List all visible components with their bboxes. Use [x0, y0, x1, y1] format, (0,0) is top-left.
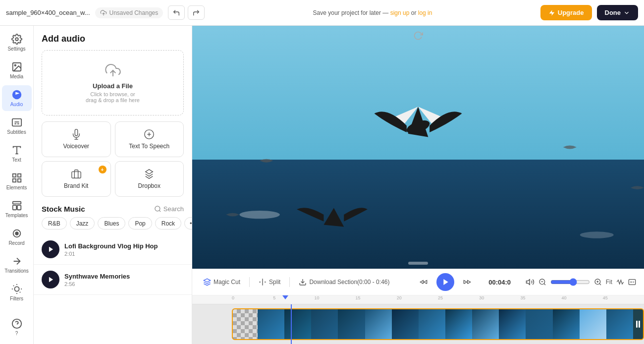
- play-icon: [48, 246, 54, 253]
- frame-5: [365, 309, 392, 339]
- stock-music-title: Stock Music: [42, 205, 85, 213]
- genre-rnb[interactable]: R&B: [42, 217, 67, 229]
- video-track-clip[interactable]: [232, 308, 644, 340]
- ruler-0: 0: [232, 295, 234, 300]
- brand-kit-button[interactable]: Brand Kit +: [42, 161, 111, 197]
- zoom-slider[interactable]: [550, 278, 590, 286]
- rewind-button[interactable]: [417, 276, 430, 288]
- track-item[interactable]: Synthwave Memories 2:56: [34, 265, 192, 295]
- undo-button[interactable]: [168, 5, 185, 19]
- sidebar-item-audio[interactable]: Audio: [2, 85, 32, 111]
- timeline-ruler-area: 0 5 10 15 20 25 30 35 40 45: [192, 295, 644, 344]
- separator: [249, 277, 250, 287]
- clip-end-handle[interactable]: [633, 309, 643, 339]
- track-name: Synthwave Memories: [64, 273, 184, 280]
- track-info: Lofi Background Vlog Hip Hop 2:01: [64, 242, 184, 257]
- svg-marker-42: [323, 208, 344, 227]
- search-button[interactable]: Search: [154, 205, 184, 213]
- done-button[interactable]: Done: [597, 5, 639, 20]
- sidebar-item-elements[interactable]: Elements: [2, 169, 32, 194]
- svg-marker-36: [49, 247, 53, 252]
- genre-blues[interactable]: Blues: [98, 217, 125, 229]
- zoom-in-icon[interactable]: [594, 278, 602, 286]
- track-name: Lofi Background Vlog Hip Hop: [64, 242, 184, 250]
- separator: [289, 277, 290, 287]
- sidebar-item-transitions[interactable]: Transitions: [2, 252, 32, 278]
- play-icon: [48, 276, 54, 283]
- sidebar-item-label: Elements: [6, 185, 27, 190]
- dropbox-button[interactable]: Dropbox: [115, 161, 184, 197]
- ruler-25: 25: [438, 295, 443, 300]
- ruler-track: 0 5 10 15 20 25 30 35 40 45: [232, 295, 644, 304]
- zoom-out-icon[interactable]: [538, 278, 546, 286]
- frame-1: [258, 309, 284, 339]
- magic-cut-label: Magic Cut: [214, 279, 240, 286]
- play-button[interactable]: [436, 273, 454, 291]
- magic-cut-button[interactable]: Magic Cut: [200, 276, 243, 288]
- frame-9: [472, 309, 499, 339]
- split-icon: [259, 278, 267, 286]
- svg-rect-11: [17, 179, 20, 182]
- elements-icon: [11, 172, 22, 183]
- sidebar-item-label: Settings: [7, 46, 25, 52]
- svg-marker-1: [549, 10, 555, 16]
- upgrade-button[interactable]: Upgrade: [540, 5, 592, 20]
- upload-area[interactable]: Upload a File Click to browse, or drag &…: [42, 50, 184, 115]
- ruler-35: 35: [520, 295, 525, 300]
- ruler-40: 40: [562, 295, 567, 300]
- frame-4: [338, 309, 365, 339]
- sidebar-item-label: Media: [10, 74, 23, 79]
- genre-more-button[interactable]: •••: [184, 217, 192, 229]
- track-play-button[interactable]: [42, 271, 59, 288]
- sidebar-item-label: Transitions: [4, 268, 29, 274]
- sidebar-item-filters[interactable]: Filters: [2, 280, 32, 305]
- svg-line-35: [159, 210, 161, 212]
- right-controls: Fit: [526, 278, 636, 287]
- frame-2: [284, 309, 311, 339]
- frame-8: [445, 309, 472, 339]
- frame-14: [606, 309, 633, 339]
- svg-point-44: [580, 231, 614, 238]
- redo-button[interactable]: [188, 5, 205, 19]
- sidebar-item-help[interactable]: ?: [2, 314, 32, 340]
- genre-pop[interactable]: Pop: [128, 217, 152, 229]
- track-info: Synthwave Memories 2:56: [64, 273, 184, 287]
- svg-point-18: [14, 287, 19, 291]
- track-play-button[interactable]: [42, 240, 59, 258]
- sidebar-item-label: Templates: [5, 213, 28, 218]
- mic-icon: [71, 129, 82, 140]
- download-icon: [299, 278, 307, 286]
- fast-forward-button[interactable]: [460, 276, 474, 288]
- captions-icon[interactable]: [628, 278, 636, 286]
- log-in-link[interactable]: log in: [418, 9, 432, 16]
- voiceover-button[interactable]: Voiceover: [42, 121, 111, 157]
- ruler-30: 30: [479, 295, 484, 300]
- sidebar-item-subtitles[interactable]: Subtitles: [2, 113, 32, 139]
- ruler-5: 5: [273, 295, 275, 300]
- volume-icon[interactable]: [526, 278, 535, 287]
- sign-up-link[interactable]: sign up: [390, 9, 410, 16]
- track-item[interactable]: Lofi Background Vlog Hip Hop 2:01: [34, 234, 192, 265]
- sidebar-item-media[interactable]: Media: [2, 57, 32, 83]
- fit-label[interactable]: Fit: [606, 279, 612, 286]
- genre-rock[interactable]: Rock: [155, 217, 181, 229]
- svg-marker-37: [49, 277, 53, 283]
- search-label: Search: [163, 205, 184, 213]
- track-duration: 2:56: [64, 281, 184, 287]
- help-icon: [11, 318, 22, 329]
- sidebar-item-templates[interactable]: Templates: [2, 196, 32, 222]
- text-to-speech-button[interactable]: Text To Speech: [115, 121, 184, 157]
- genre-jazz[interactable]: Jazz: [70, 217, 95, 229]
- tts-icon: [144, 129, 155, 140]
- sidebar-item-record[interactable]: Record: [2, 224, 32, 250]
- sidebar-item-settings[interactable]: Settings: [2, 30, 32, 56]
- split-button[interactable]: Split: [256, 276, 283, 288]
- download-section-button[interactable]: Download Section(0:00 - 0:46): [296, 276, 392, 288]
- content-area: Magic Cut Split Download Section(0:00 - …: [192, 26, 644, 344]
- audio-icon: [11, 89, 22, 100]
- waveform-icon[interactable]: [616, 278, 624, 286]
- svg-rect-15: [17, 205, 20, 210]
- sidebar-item-text[interactable]: Text: [2, 141, 32, 167]
- svg-rect-14: [12, 205, 16, 210]
- svg-rect-12: [12, 179, 15, 182]
